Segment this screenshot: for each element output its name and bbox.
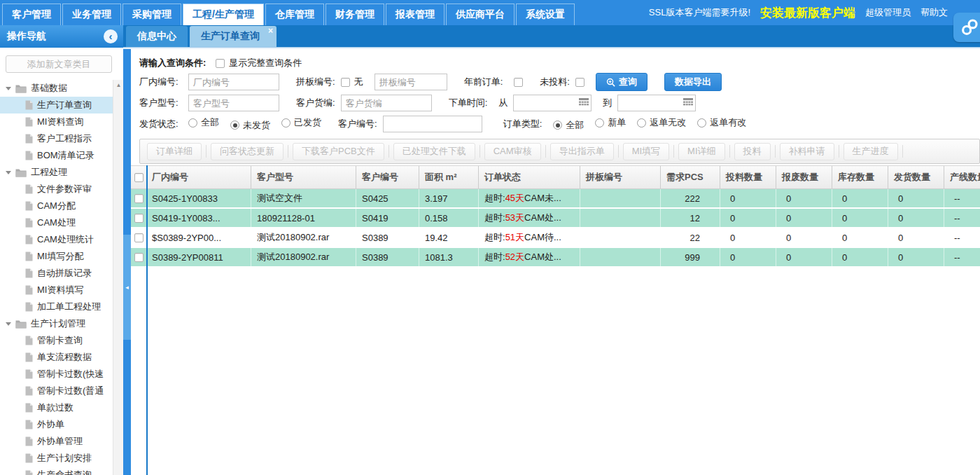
toolbar-button-6[interactable]: 导出指示单	[550, 143, 614, 160]
service-link-icon[interactable]	[953, 13, 980, 42]
toolbar-button-4[interactable]: 已处理文件下载	[393, 143, 475, 160]
splitter-collapse-handle[interactable]: ◂	[123, 235, 131, 340]
toolbar-button-8[interactable]: MI详细	[678, 143, 724, 160]
column-header-5[interactable]: 订单状态	[479, 166, 580, 188]
tree-item[interactable]: MI资料填写	[0, 282, 113, 298]
customer-model-input[interactable]	[188, 95, 279, 111]
caret-down-icon[interactable]	[6, 87, 11, 90]
table-row[interactable]: S0419-1Y0083...180921128-01S04190.158超时:…	[131, 209, 980, 227]
row-checkbox[interactable]	[134, 214, 144, 223]
nav-tab-1[interactable]: 客户管理	[2, 4, 61, 25]
not-fed-checkbox[interactable]	[575, 78, 584, 87]
ship-status-radio-已发货[interactable]: 已发货	[281, 116, 321, 129]
toolbar-button-1[interactable]: 订单详细	[147, 143, 202, 160]
column-header-9[interactable]: 报废数量	[776, 166, 832, 188]
page-tab-2[interactable]: 生产订单查询×	[190, 26, 276, 47]
select-all-checkbox[interactable]	[134, 173, 144, 182]
column-header-2[interactable]: 客户型号	[251, 166, 356, 188]
nav-tab-2[interactable]: 业务管理	[62, 4, 121, 25]
order-type-radio-全部[interactable]: 全部	[553, 119, 584, 132]
tree-item[interactable]: MI资料查询	[0, 113, 113, 130]
nav-tab-3[interactable]: 采购管理	[122, 4, 181, 25]
tree-item[interactable]: 加工单工程处理	[0, 298, 113, 315]
factory-no-input[interactable]	[188, 74, 279, 90]
row-checkbox[interactable]	[134, 194, 144, 203]
export-button[interactable]: 数据导出	[664, 73, 722, 91]
radio-icon[interactable]	[553, 121, 562, 130]
tree-item[interactable]: CAM处理统计	[0, 231, 113, 248]
column-header-10[interactable]: 库存数量	[832, 166, 888, 188]
tree-item[interactable]: MI填写分配	[0, 248, 113, 265]
caret-down-icon[interactable]	[6, 171, 11, 174]
sidebar-collapse-button[interactable]: ‹	[104, 29, 118, 43]
radio-icon[interactable]	[188, 118, 197, 128]
radio-icon[interactable]	[281, 118, 290, 128]
radio-icon[interactable]	[697, 118, 706, 128]
order-type-radio-返单有改[interactable]: 返单有改	[697, 116, 746, 129]
tree-item[interactable]: 单款过数	[0, 399, 113, 416]
tree-item[interactable]: BOM清单记录	[0, 147, 113, 164]
tree-item[interactable]: 自动拼版记录	[0, 265, 113, 282]
nav-tab-7[interactable]: 报表管理	[386, 4, 444, 25]
tree-item[interactable]: 管制卡过数(普通	[0, 383, 113, 399]
tree-item[interactable]: 基础数据	[0, 80, 113, 97]
nav-tab-6[interactable]: 财务管理	[326, 4, 384, 25]
column-header-4[interactable]: 面积 m²	[419, 166, 479, 188]
panel-none-checkbox[interactable]	[341, 78, 350, 87]
column-header-12[interactable]: 产线数量	[944, 166, 980, 188]
sidebar-scrollbar[interactable]: ▲ ▼	[113, 80, 123, 475]
help-doc-link[interactable]: 帮助文	[920, 6, 948, 19]
toolbar-button-9[interactable]: 投料	[734, 143, 771, 160]
tree-item[interactable]: 生产计划安排	[0, 450, 113, 467]
tree-item[interactable]: 管制卡查询	[0, 332, 113, 349]
tree-item[interactable]: 文件参数评审	[0, 181, 113, 198]
tree-item[interactable]: 生产计划管理	[0, 315, 113, 332]
radio-icon[interactable]	[230, 121, 239, 130]
table-row[interactable]: S0425-1Y00833测试空文件S04253.197超时:45天 CAM未.…	[131, 189, 980, 207]
toolbar-button-7[interactable]: MI填写	[623, 143, 669, 160]
column-header-1[interactable]: 厂内编号	[146, 166, 251, 188]
row-checkbox[interactable]	[134, 253, 144, 262]
nav-tab-5[interactable]: 仓库管理	[265, 4, 324, 25]
tree-item[interactable]: CAM分配	[0, 198, 113, 214]
toolbar-button-5[interactable]: CAM审核	[484, 143, 541, 160]
nav-tab-4[interactable]: 工程/生产管理	[183, 4, 264, 25]
table-row[interactable]: $S0389-2YP00...测试20180902.rarS038919.42超…	[131, 228, 980, 247]
column-header-6[interactable]: 拼板编号	[580, 166, 661, 188]
tree-item[interactable]: CAM处理	[0, 214, 113, 231]
calendar-icon[interactable]	[683, 98, 693, 107]
tree-item[interactable]: 管制卡过数(快速	[0, 366, 113, 383]
column-header-7[interactable]: 需求PCS	[661, 166, 720, 188]
tree-item[interactable]: 外协单管理	[0, 433, 113, 450]
full-condition-checkbox[interactable]	[216, 59, 225, 68]
nav-tab-8[interactable]: 供应商平台	[446, 4, 514, 25]
column-header-8[interactable]: 投料数量	[720, 166, 776, 188]
radio-icon[interactable]	[637, 118, 646, 128]
order-type-radio-新单[interactable]: 新单	[595, 116, 626, 129]
toolbar-button-10[interactable]: 补料申请	[780, 143, 834, 160]
customer-code-input[interactable]	[341, 95, 432, 111]
panel-no-input[interactable]	[374, 74, 447, 90]
pre-year-checkbox[interactable]	[514, 78, 523, 87]
add-article-category-button[interactable]: 添加新文章类目	[6, 55, 112, 73]
toolbar-button-3[interactable]: 下载客户PCB文件	[293, 143, 384, 160]
page-tab-1[interactable]: 信息中心	[126, 26, 188, 47]
tree-item[interactable]: 工程处理	[0, 164, 113, 181]
search-button[interactable]: 查询	[596, 73, 648, 91]
tree-item[interactable]: 生产订单查询	[0, 97, 113, 113]
column-header-3[interactable]: 客户编号	[356, 166, 419, 188]
column-header-11[interactable]: 发货数量	[888, 166, 944, 188]
scroll-up-icon[interactable]: ▲	[113, 80, 123, 90]
tree-item[interactable]: 生产命书查询	[0, 467, 113, 475]
customer-no-input[interactable]	[383, 116, 482, 132]
tree-item[interactable]: 单支流程数据	[0, 349, 113, 366]
toolbar-button-11[interactable]: 生产进度	[844, 143, 898, 160]
tab-close-icon[interactable]: ×	[268, 27, 273, 35]
order-type-radio-返单无改[interactable]: 返单无改	[637, 116, 686, 129]
ship-status-radio-未发货[interactable]: 未发货	[230, 119, 270, 132]
nav-tab-9[interactable]: 系统设置	[516, 4, 575, 25]
ship-status-radio-全部[interactable]: 全部	[188, 116, 219, 129]
current-user-link[interactable]: 超级管理员	[865, 6, 911, 19]
sidebar-splitter[interactable]: ◂	[123, 49, 131, 475]
toolbar-button-2[interactable]: 问客状态更新	[211, 143, 284, 160]
